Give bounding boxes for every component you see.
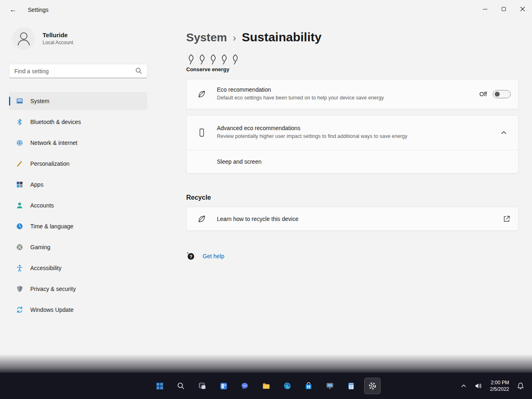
sidebar-item-network-internet[interactable]: Network & internet bbox=[9, 134, 147, 152]
search-box bbox=[9, 64, 147, 78]
gear-icon bbox=[368, 381, 377, 390]
edge-icon bbox=[283, 382, 291, 390]
start-button[interactable] bbox=[151, 378, 168, 394]
advanced-eco-header[interactable]: Advanced eco recommendations Review pote… bbox=[187, 115, 518, 150]
eco-recommendation-title: Eco recommendation bbox=[217, 86, 384, 93]
sidebar-item-personalization[interactable]: Personalization bbox=[9, 155, 147, 173]
notifications-button[interactable] bbox=[514, 378, 527, 394]
get-help-link[interactable]: Get help bbox=[203, 253, 224, 259]
system-tray: 2:00 PM 2/5/2022 bbox=[457, 373, 530, 399]
user-account-type: Local Account bbox=[43, 40, 73, 45]
external-link-icon bbox=[503, 215, 511, 223]
sidebar-item-apps[interactable]: Apps bbox=[9, 176, 147, 194]
tray-chevron-button[interactable] bbox=[457, 378, 470, 394]
eco-recommendation-card: Eco recommendation Default eco settings … bbox=[186, 79, 518, 109]
chevron-up-icon bbox=[460, 382, 467, 390]
titlebar: ← Settings bbox=[0, 0, 532, 20]
sidebar-item-accounts[interactable]: Accounts bbox=[9, 196, 147, 214]
notification-bell-icon bbox=[516, 382, 525, 390]
sidebar-item-label: Accounts bbox=[30, 202, 54, 209]
settings-app-button[interactable] bbox=[364, 378, 381, 394]
sidebar-item-system[interactable]: System bbox=[9, 92, 147, 110]
sidebar-item-label: Network & internet bbox=[30, 140, 77, 146]
toggle-state-label: Off bbox=[480, 91, 487, 97]
clock-icon bbox=[16, 222, 24, 230]
leaf-icon bbox=[230, 54, 240, 65]
search-input[interactable] bbox=[9, 64, 147, 78]
system-icon bbox=[16, 97, 24, 105]
back-arrow-icon: ← bbox=[10, 6, 17, 14]
windows-logo-icon bbox=[156, 382, 164, 390]
recycle-link-card[interactable]: Learn how to recycle this device bbox=[186, 207, 518, 231]
sidebar-item-label: Privacy & security bbox=[30, 286, 76, 292]
advanced-eco-description: Review potentially higher user impact se… bbox=[217, 133, 408, 140]
maximize-button[interactable] bbox=[494, 0, 513, 18]
person-icon bbox=[16, 201, 24, 210]
sidebar-item-label: Apps bbox=[30, 181, 43, 188]
breadcrumb-system[interactable]: System bbox=[186, 31, 227, 44]
monitor-icon bbox=[326, 382, 334, 390]
sidebar-item-bluetooth-devices[interactable]: Bluetooth & devices bbox=[9, 113, 147, 131]
tray-time: 2:00 PM bbox=[490, 379, 509, 386]
task-view-button[interactable] bbox=[194, 378, 210, 394]
volume-button[interactable] bbox=[472, 378, 485, 394]
taskbar: 2:00 PM 2/5/2022 bbox=[0, 373, 532, 399]
svg-text:?: ? bbox=[189, 254, 192, 259]
tray-date: 2/5/2022 bbox=[490, 386, 509, 392]
sidebar-item-accessibility[interactable]: Accessibility bbox=[9, 259, 147, 277]
sidebar-item-windows-update[interactable]: Windows Update bbox=[9, 301, 147, 319]
collapse-expander-button[interactable] bbox=[497, 126, 511, 140]
eco-leaf-icon bbox=[187, 89, 217, 99]
sidebar-item-time-language[interactable]: Time & language bbox=[9, 217, 147, 235]
leaf-icon bbox=[197, 54, 207, 65]
advanced-eco-title: Advanced eco recommendations bbox=[217, 125, 408, 131]
close-icon bbox=[520, 7, 525, 11]
conserve-energy-label: Conserve energy bbox=[186, 66, 518, 72]
desktop-screen: ← Settings Telluride Local Account bbox=[0, 0, 532, 399]
window-controls bbox=[476, 0, 532, 18]
back-button[interactable]: ← bbox=[5, 3, 21, 17]
device-energy-icon bbox=[187, 128, 217, 138]
window-title: Settings bbox=[28, 7, 49, 13]
folder-icon bbox=[262, 382, 271, 390]
breadcrumb: System › Sustainability bbox=[186, 30, 518, 44]
selected-indicator bbox=[9, 97, 10, 106]
user-account-block[interactable]: Telluride Local Account bbox=[12, 27, 147, 50]
clock[interactable]: 2:00 PM 2/5/2022 bbox=[487, 379, 512, 392]
eco-recommendation-toggle[interactable] bbox=[493, 90, 511, 98]
apps-grid-icon bbox=[16, 180, 24, 189]
remote-desktop-button[interactable] bbox=[322, 378, 338, 394]
widgets-icon bbox=[219, 382, 228, 390]
bluetooth-icon bbox=[16, 118, 24, 126]
accessibility-person-icon bbox=[16, 264, 24, 272]
settings-main-content: System › Sustainability Conserve energy … bbox=[186, 20, 518, 372]
search-icon bbox=[135, 67, 142, 76]
sleep-and-screen-row[interactable]: Sleep and screen bbox=[187, 150, 518, 173]
sidebar-item-privacy-security[interactable]: Privacy & security bbox=[9, 280, 147, 298]
store-bag-icon bbox=[304, 382, 313, 390]
sidebar-item-label: Gaming bbox=[30, 244, 50, 250]
chat-button[interactable] bbox=[237, 378, 253, 394]
page-title: Sustainability bbox=[242, 30, 322, 44]
get-help-row: ? Get help bbox=[186, 251, 518, 261]
recycle-leaf-icon bbox=[187, 214, 217, 224]
sidebar-item-label: Bluetooth & devices bbox=[30, 119, 81, 125]
edge-browser-button[interactable] bbox=[279, 378, 295, 394]
sidebar-item-label: Personalization bbox=[30, 160, 70, 167]
user-name: Telluride bbox=[43, 32, 73, 38]
breadcrumb-chevron-icon: › bbox=[233, 32, 236, 44]
sidebar-item-label: Accessibility bbox=[30, 265, 61, 271]
speaker-icon bbox=[474, 382, 482, 390]
notepad-button[interactable] bbox=[343, 378, 359, 394]
sidebar-item-gaming[interactable]: Gaming bbox=[9, 238, 147, 256]
xbox-icon bbox=[16, 243, 24, 251]
taskbar-search-button[interactable] bbox=[173, 378, 189, 394]
microsoft-store-button[interactable] bbox=[300, 378, 317, 394]
close-button[interactable] bbox=[513, 0, 532, 18]
sleep-and-screen-label: Sleep and screen bbox=[217, 158, 261, 165]
file-explorer-button[interactable] bbox=[258, 378, 274, 394]
search-icon bbox=[177, 382, 185, 390]
widgets-button[interactable] bbox=[215, 378, 232, 394]
minimize-button[interactable] bbox=[476, 0, 494, 18]
recycle-section-heading: Recycle bbox=[186, 194, 518, 201]
